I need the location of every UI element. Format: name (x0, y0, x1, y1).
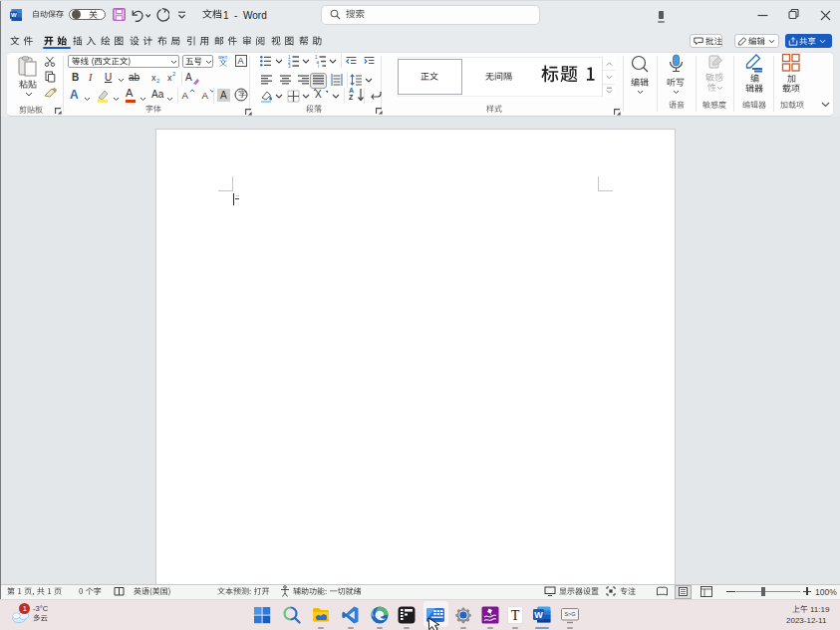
svg-text:T: T (511, 608, 520, 623)
svg-text:3: 3 (288, 64, 291, 68)
svg-text:W: W (11, 12, 17, 18)
svg-text:W: W (534, 610, 543, 620)
svg-text:i: i (318, 64, 319, 68)
svg-text:S>G: S>G (564, 611, 575, 617)
